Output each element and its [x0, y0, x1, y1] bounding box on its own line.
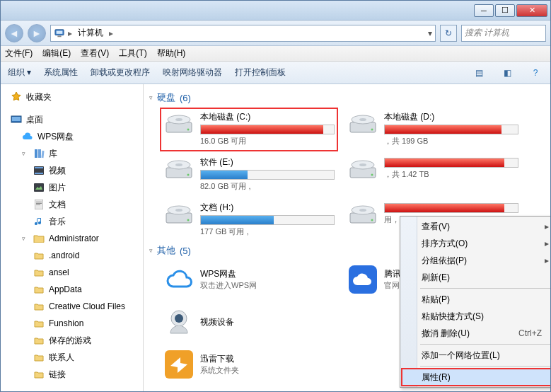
menu-item-label: 撤消 删除(U)	[422, 328, 470, 340]
menu-item[interactable]: 分组依据(P)	[402, 252, 550, 269]
menu-file[interactable]: 文件(F)	[5, 47, 33, 59]
sidebar-folder[interactable]: 保存的游戏	[4, 332, 140, 349]
back-button[interactable]: ◄	[5, 24, 23, 42]
sidebar-item-label: ansel	[49, 265, 69, 279]
menu-view[interactable]: 查看(V)	[81, 47, 109, 59]
tool-controlpanel[interactable]: 打开控制面板	[235, 67, 286, 79]
sidebar-folder[interactable]: .android	[4, 247, 140, 264]
change-view-icon[interactable]: ▤	[471, 65, 487, 81]
menu-edit[interactable]: 编辑(E)	[42, 47, 71, 59]
sidebar-folder[interactable]: 链接	[4, 366, 140, 383]
sidebar-documents[interactable]: 文档	[4, 196, 140, 213]
sidebar-item-label: 视频	[49, 163, 66, 178]
sidebar-folder[interactable]: ansel	[4, 264, 140, 281]
tool-organize[interactable]: 组织 ▾	[8, 67, 31, 79]
menu-item[interactable]: 属性(R)	[402, 369, 550, 386]
other-name: WPS网盘	[200, 268, 257, 280]
group-label: 硬盘	[157, 91, 175, 104]
menu-item-label: 排序方式(O)	[422, 238, 468, 250]
tool-uninstall[interactable]: 卸载或更改程序	[91, 67, 150, 79]
sidebar-item-label: 桌面	[26, 113, 43, 127]
drive-item[interactable]: ，共 1.42 TB	[344, 154, 521, 196]
cloud-icon	[163, 264, 195, 295]
preview-pane-icon[interactable]: ◧	[499, 65, 515, 81]
sidebar-item-label: 库	[49, 146, 57, 161]
sidebar-libraries[interactable]: ▿ 库	[4, 145, 140, 162]
menu-item-label: 粘贴快捷方式(S)	[422, 311, 484, 323]
refresh-button[interactable]: ↻	[440, 25, 457, 42]
folder-icon	[33, 335, 45, 346]
menu-item[interactable]: 粘贴快捷方式(S)	[402, 308, 550, 325]
sidebar-favorites[interactable]: 收藏夹	[4, 88, 140, 105]
menu-item[interactable]: 添加一个网络位置(L)	[402, 347, 550, 364]
drive-usage-label: 177 GB 可用 ,	[200, 226, 335, 237]
other-item[interactable]: 视频设备	[161, 304, 337, 340]
help-icon[interactable]: ?	[528, 65, 543, 81]
tree-toggle-icon[interactable]: ▿	[22, 146, 29, 161]
svg-point-18	[175, 118, 182, 121]
sidebar-music[interactable]: 音乐	[4, 213, 140, 230]
svg-rect-7	[41, 151, 44, 158]
sidebar-folder[interactable]: 联系人	[4, 349, 140, 366]
address-dropdown-icon[interactable]: ▾	[428, 28, 432, 38]
menu-item[interactable]: 查看(V)	[402, 218, 550, 235]
breadcrumb-item[interactable]: 计算机	[75, 27, 106, 39]
menu-item-label: 分组依据(P)	[422, 255, 467, 267]
collapse-icon[interactable]: ▿	[149, 247, 153, 254]
sidebar-folder[interactable]: Creative Cloud Files	[4, 298, 140, 315]
menu-item[interactable]: 刷新(E)	[402, 269, 550, 286]
drive-item[interactable]: 本地磁盘 (C:)16.0 GB 可用	[161, 108, 337, 151]
drive-item[interactable]: 软件 (E:)82.0 GB 可用 ,	[161, 154, 337, 196]
menu-help[interactable]: 帮助(H)	[157, 47, 186, 59]
sidebar-administrator[interactable]: ▿ Administrator	[4, 230, 140, 247]
address-bar[interactable]: ▸ 计算机 ▸ ▾	[50, 25, 436, 42]
sidebar-videos[interactable]: 视频	[4, 162, 140, 179]
minimize-button[interactable]	[474, 4, 494, 17]
tool-sysprop[interactable]: 系统属性	[44, 67, 78, 79]
drive-usage-bar	[200, 170, 335, 180]
menu-item[interactable]: 撤消 删除(U)Ctrl+Z	[402, 325, 550, 342]
sidebar-item-label: 收藏夹	[26, 90, 52, 104]
drive-usage-bar	[384, 125, 518, 134]
drive-icon	[347, 156, 378, 183]
tree-toggle-icon[interactable]: ▿	[22, 231, 29, 246]
sidebar-folder[interactable]: AppData	[4, 281, 140, 298]
drive-name: 本地磁盘 (D:)	[384, 111, 518, 125]
other-sub: 系统文件夹	[200, 365, 239, 376]
drive-usage-label: ，共 199 GB	[384, 136, 518, 146]
svg-rect-1	[57, 30, 63, 33]
drive-icon	[163, 111, 195, 138]
menu-item[interactable]: 粘贴(P)	[402, 291, 550, 308]
other-item[interactable]: WPS网盘双击进入WPS网	[161, 261, 337, 298]
computer-icon	[54, 28, 65, 39]
drive-usage-bar	[200, 215, 335, 225]
maximize-button[interactable]	[495, 4, 515, 17]
drive-usage-bar	[200, 125, 335, 134]
forward-button[interactable]: ►	[28, 24, 46, 42]
sidebar-item-label: 联系人	[49, 350, 74, 364]
desktop-icon	[11, 114, 22, 125]
sidebar-item-label: Funshion	[49, 316, 83, 330]
content-pane[interactable]: ▿ 硬盘 (6) 本地磁盘 (C:)16.0 GB 可用本地磁盘 (D:)，共 …	[144, 84, 550, 392]
svg-rect-15	[36, 204, 40, 205]
cloud-icon	[22, 131, 33, 142]
tool-mapdrive[interactable]: 映射网络驱动器	[163, 67, 222, 79]
drive-name: 本地磁盘 (C:)	[200, 111, 335, 125]
drive-item[interactable]: 本地磁盘 (D:)，共 199 GB	[344, 108, 521, 151]
other-item[interactable]: 迅雷下载系统文件夹	[161, 346, 337, 383]
sidebar-desktop[interactable]: 桌面	[4, 111, 140, 128]
sidebar-pictures[interactable]: 图片	[4, 179, 140, 196]
svg-point-34	[175, 209, 182, 212]
svg-rect-11	[34, 183, 44, 192]
search-input[interactable]: 搜索 计算机	[461, 25, 546, 42]
sidebar-wps[interactable]: WPS网盘	[4, 128, 140, 145]
other-name: 视频设备	[200, 316, 234, 328]
group-header-drives[interactable]: ▿ 硬盘 (6)	[146, 88, 550, 108]
collapse-icon[interactable]: ▿	[149, 94, 153, 101]
library-icon	[33, 148, 45, 159]
drive-item[interactable]: 文档 (H:)177 GB 可用 ,	[161, 199, 337, 241]
sidebar-folder[interactable]: Funshion	[4, 315, 140, 332]
close-button[interactable]	[516, 4, 547, 17]
menu-tools[interactable]: 工具(T)	[119, 47, 146, 59]
menu-item[interactable]: 排序方式(O)	[402, 235, 550, 252]
